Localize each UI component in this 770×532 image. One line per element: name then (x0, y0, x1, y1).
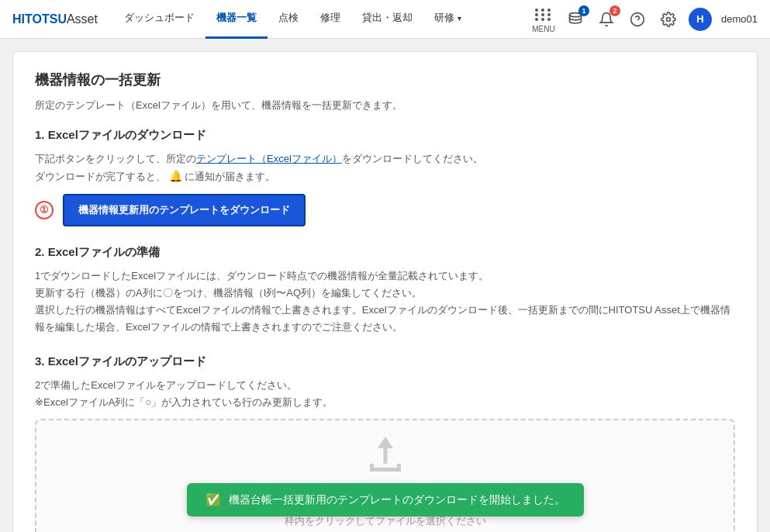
page-title: 機器情報の一括更新 (35, 71, 735, 89)
nav-lending[interactable]: 貸出・返却 (351, 0, 423, 39)
download-btn-wrapper: ① 機器情報更新用のテンプレートをダウンロード (35, 194, 735, 226)
nav-repair[interactable]: 修理 (309, 0, 351, 39)
grid-icon (532, 5, 555, 24)
logo-hitotsu: HITOTSU (12, 12, 67, 26)
chevron-down-icon: ▾ (458, 14, 461, 22)
template-link[interactable]: テンプレート（Excelファイル） (196, 153, 342, 164)
section-2-title: 2. Excelファイルの準備 (35, 245, 735, 260)
logo-asset: Asset (67, 12, 98, 26)
user-name[interactable]: demo01 (721, 13, 758, 25)
bell-badge: 2 (609, 5, 620, 16)
main-wrapper: 機器情報の一括更新 所定のテンプレート（Excelファイル）を用いて、機器情報を… (0, 39, 770, 532)
nav-dashboard[interactable]: ダッシュボード (113, 0, 205, 39)
section-2: 2. Excelファイルの準備 1でダウンロードしたExcelファイルには、ダウ… (35, 245, 735, 336)
help-icon (630, 12, 645, 27)
intro-text: 所定のテンプレート（Excelファイル）を用いて、機器情報を一括更新できます。 (35, 98, 735, 112)
section-1-title: 1. Excelファイルのダウンロード (35, 128, 735, 143)
nav-devices[interactable]: 機器一覧 (205, 0, 268, 39)
help-button[interactable] (627, 9, 648, 30)
content-card: 機器情報の一括更新 所定のテンプレート（Excelファイル）を用いて、機器情報を… (12, 51, 758, 532)
svg-point-3 (667, 17, 671, 21)
gear-icon (661, 12, 676, 27)
db-icon-button[interactable]: 1 (565, 9, 586, 30)
header: HITOTSU Asset ダッシュボード 機器一覧 点検 修理 貸出・返却 研… (0, 0, 770, 39)
header-right: MENU 1 2 (532, 5, 758, 33)
circled-number-1: ① (35, 201, 54, 219)
upload-icon (362, 433, 409, 488)
section-3-title: 3. Excelファイルのアップロード (35, 354, 735, 369)
nav-inspection[interactable]: 点検 (268, 0, 309, 39)
toast-check-icon: ✅ (205, 492, 221, 507)
db-badge: 1 (578, 5, 589, 16)
toast-text: 機器台帳一括更新用のテンプレートのダウンロードを開始しました。 (229, 493, 565, 507)
settings-button[interactable] (658, 9, 679, 30)
nav-training[interactable]: 研修 ▾ (423, 0, 472, 39)
menu-label: MENU (532, 25, 554, 33)
user-avatar[interactable]: H (689, 8, 712, 31)
menu-button[interactable]: MENU (532, 5, 555, 33)
toast-notification: ✅ 機器台帳一括更新用のテンプレートのダウンロードを開始しました。 (187, 483, 584, 516)
bell-icon-inline: 🔔 (169, 170, 182, 182)
section-1-desc: 下記ボタンをクリックして、所定のテンプレート（Excelファイル）をダウンロード… (35, 150, 735, 186)
section-2-desc: 1でダウンロードしたExcelファイルには、ダウンロード時点での機器情報が全量記… (35, 268, 735, 336)
download-template-button[interactable]: 機器情報更新用のテンプレートをダウンロード (63, 194, 306, 226)
logo: HITOTSU Asset (12, 12, 98, 26)
section-1: 1. Excelファイルのダウンロード 下記ボタンをクリックして、所定のテンプレ… (35, 128, 735, 226)
notification-button[interactable]: 2 (596, 9, 617, 30)
section-3-desc: 2で準備したExcelファイルをアップロードしてください。 ※Excelファイル… (35, 377, 735, 411)
main-nav: ダッシュボード 機器一覧 点検 修理 貸出・返却 研修 ▾ (113, 0, 532, 39)
